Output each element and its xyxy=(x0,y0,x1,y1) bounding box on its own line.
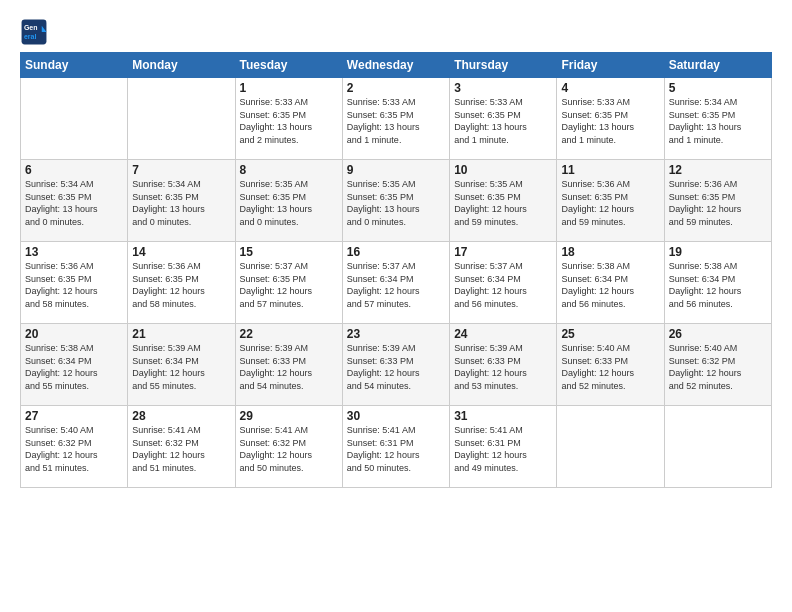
calendar-cell: 13Sunrise: 5:36 AM Sunset: 6:35 PM Dayli… xyxy=(21,242,128,324)
day-info: Sunrise: 5:36 AM Sunset: 6:35 PM Dayligh… xyxy=(132,260,230,310)
day-number: 10 xyxy=(454,163,552,177)
weekday-row: SundayMondayTuesdayWednesdayThursdayFrid… xyxy=(21,53,772,78)
calendar-cell: 2Sunrise: 5:33 AM Sunset: 6:35 PM Daylig… xyxy=(342,78,449,160)
calendar-week-row: 13Sunrise: 5:36 AM Sunset: 6:35 PM Dayli… xyxy=(21,242,772,324)
day-number: 22 xyxy=(240,327,338,341)
calendar-cell: 14Sunrise: 5:36 AM Sunset: 6:35 PM Dayli… xyxy=(128,242,235,324)
day-number: 17 xyxy=(454,245,552,259)
day-number: 23 xyxy=(347,327,445,341)
calendar-cell: 30Sunrise: 5:41 AM Sunset: 6:31 PM Dayli… xyxy=(342,406,449,488)
day-info: Sunrise: 5:38 AM Sunset: 6:34 PM Dayligh… xyxy=(25,342,123,392)
day-number: 25 xyxy=(561,327,659,341)
calendar-cell xyxy=(557,406,664,488)
calendar-cell xyxy=(664,406,771,488)
day-number: 1 xyxy=(240,81,338,95)
day-info: Sunrise: 5:34 AM Sunset: 6:35 PM Dayligh… xyxy=(25,178,123,228)
day-info: Sunrise: 5:36 AM Sunset: 6:35 PM Dayligh… xyxy=(25,260,123,310)
calendar-cell: 15Sunrise: 5:37 AM Sunset: 6:35 PM Dayli… xyxy=(235,242,342,324)
day-number: 24 xyxy=(454,327,552,341)
day-info: Sunrise: 5:34 AM Sunset: 6:35 PM Dayligh… xyxy=(669,96,767,146)
page-container: Gen eral SundayMondayTuesdayWednesdayThu… xyxy=(0,0,792,612)
day-info: Sunrise: 5:41 AM Sunset: 6:32 PM Dayligh… xyxy=(240,424,338,474)
weekday-header: Thursday xyxy=(450,53,557,78)
day-number: 18 xyxy=(561,245,659,259)
calendar-cell: 18Sunrise: 5:38 AM Sunset: 6:34 PM Dayli… xyxy=(557,242,664,324)
calendar-cell: 28Sunrise: 5:41 AM Sunset: 6:32 PM Dayli… xyxy=(128,406,235,488)
calendar-cell: 11Sunrise: 5:36 AM Sunset: 6:35 PM Dayli… xyxy=(557,160,664,242)
calendar-cell: 7Sunrise: 5:34 AM Sunset: 6:35 PM Daylig… xyxy=(128,160,235,242)
day-info: Sunrise: 5:37 AM Sunset: 6:34 PM Dayligh… xyxy=(347,260,445,310)
weekday-header: Friday xyxy=(557,53,664,78)
day-number: 13 xyxy=(25,245,123,259)
day-number: 30 xyxy=(347,409,445,423)
calendar-week-row: 1Sunrise: 5:33 AM Sunset: 6:35 PM Daylig… xyxy=(21,78,772,160)
calendar-cell: 4Sunrise: 5:33 AM Sunset: 6:35 PM Daylig… xyxy=(557,78,664,160)
day-number: 6 xyxy=(25,163,123,177)
weekday-header: Tuesday xyxy=(235,53,342,78)
day-info: Sunrise: 5:35 AM Sunset: 6:35 PM Dayligh… xyxy=(240,178,338,228)
day-info: Sunrise: 5:38 AM Sunset: 6:34 PM Dayligh… xyxy=(561,260,659,310)
day-info: Sunrise: 5:37 AM Sunset: 6:34 PM Dayligh… xyxy=(454,260,552,310)
day-number: 11 xyxy=(561,163,659,177)
day-number: 16 xyxy=(347,245,445,259)
calendar-cell: 8Sunrise: 5:35 AM Sunset: 6:35 PM Daylig… xyxy=(235,160,342,242)
calendar-cell: 31Sunrise: 5:41 AM Sunset: 6:31 PM Dayli… xyxy=(450,406,557,488)
calendar-week-row: 20Sunrise: 5:38 AM Sunset: 6:34 PM Dayli… xyxy=(21,324,772,406)
svg-text:Gen: Gen xyxy=(24,24,38,31)
calendar-cell xyxy=(128,78,235,160)
calendar-cell: 19Sunrise: 5:38 AM Sunset: 6:34 PM Dayli… xyxy=(664,242,771,324)
day-info: Sunrise: 5:35 AM Sunset: 6:35 PM Dayligh… xyxy=(347,178,445,228)
day-number: 27 xyxy=(25,409,123,423)
day-info: Sunrise: 5:40 AM Sunset: 6:32 PM Dayligh… xyxy=(25,424,123,474)
day-number: 12 xyxy=(669,163,767,177)
calendar-cell: 10Sunrise: 5:35 AM Sunset: 6:35 PM Dayli… xyxy=(450,160,557,242)
day-number: 2 xyxy=(347,81,445,95)
day-number: 3 xyxy=(454,81,552,95)
calendar-cell: 29Sunrise: 5:41 AM Sunset: 6:32 PM Dayli… xyxy=(235,406,342,488)
calendar-cell: 20Sunrise: 5:38 AM Sunset: 6:34 PM Dayli… xyxy=(21,324,128,406)
weekday-header: Sunday xyxy=(21,53,128,78)
day-info: Sunrise: 5:41 AM Sunset: 6:31 PM Dayligh… xyxy=(454,424,552,474)
weekday-header: Monday xyxy=(128,53,235,78)
calendar-body: 1Sunrise: 5:33 AM Sunset: 6:35 PM Daylig… xyxy=(21,78,772,488)
logo: Gen eral xyxy=(20,18,52,46)
day-info: Sunrise: 5:39 AM Sunset: 6:33 PM Dayligh… xyxy=(454,342,552,392)
day-info: Sunrise: 5:39 AM Sunset: 6:33 PM Dayligh… xyxy=(240,342,338,392)
day-info: Sunrise: 5:39 AM Sunset: 6:33 PM Dayligh… xyxy=(347,342,445,392)
day-number: 7 xyxy=(132,163,230,177)
day-info: Sunrise: 5:37 AM Sunset: 6:35 PM Dayligh… xyxy=(240,260,338,310)
calendar-header: SundayMondayTuesdayWednesdayThursdayFrid… xyxy=(21,53,772,78)
calendar-cell: 23Sunrise: 5:39 AM Sunset: 6:33 PM Dayli… xyxy=(342,324,449,406)
day-number: 31 xyxy=(454,409,552,423)
day-info: Sunrise: 5:41 AM Sunset: 6:32 PM Dayligh… xyxy=(132,424,230,474)
calendar-table: SundayMondayTuesdayWednesdayThursdayFrid… xyxy=(20,52,772,488)
day-number: 15 xyxy=(240,245,338,259)
weekday-header: Wednesday xyxy=(342,53,449,78)
day-info: Sunrise: 5:34 AM Sunset: 6:35 PM Dayligh… xyxy=(132,178,230,228)
day-number: 19 xyxy=(669,245,767,259)
day-number: 29 xyxy=(240,409,338,423)
day-info: Sunrise: 5:38 AM Sunset: 6:34 PM Dayligh… xyxy=(669,260,767,310)
svg-text:eral: eral xyxy=(24,33,37,40)
day-number: 21 xyxy=(132,327,230,341)
calendar-cell: 21Sunrise: 5:39 AM Sunset: 6:34 PM Dayli… xyxy=(128,324,235,406)
calendar-cell: 16Sunrise: 5:37 AM Sunset: 6:34 PM Dayli… xyxy=(342,242,449,324)
day-info: Sunrise: 5:40 AM Sunset: 6:32 PM Dayligh… xyxy=(669,342,767,392)
day-number: 14 xyxy=(132,245,230,259)
header: Gen eral xyxy=(20,18,772,46)
calendar-cell: 6Sunrise: 5:34 AM Sunset: 6:35 PM Daylig… xyxy=(21,160,128,242)
day-number: 26 xyxy=(669,327,767,341)
calendar-week-row: 6Sunrise: 5:34 AM Sunset: 6:35 PM Daylig… xyxy=(21,160,772,242)
calendar-cell: 1Sunrise: 5:33 AM Sunset: 6:35 PM Daylig… xyxy=(235,78,342,160)
logo-icon: Gen eral xyxy=(20,18,48,46)
day-info: Sunrise: 5:35 AM Sunset: 6:35 PM Dayligh… xyxy=(454,178,552,228)
calendar-cell: 12Sunrise: 5:36 AM Sunset: 6:35 PM Dayli… xyxy=(664,160,771,242)
day-info: Sunrise: 5:36 AM Sunset: 6:35 PM Dayligh… xyxy=(561,178,659,228)
day-info: Sunrise: 5:33 AM Sunset: 6:35 PM Dayligh… xyxy=(240,96,338,146)
day-number: 28 xyxy=(132,409,230,423)
calendar-cell: 22Sunrise: 5:39 AM Sunset: 6:33 PM Dayli… xyxy=(235,324,342,406)
day-number: 20 xyxy=(25,327,123,341)
day-info: Sunrise: 5:36 AM Sunset: 6:35 PM Dayligh… xyxy=(669,178,767,228)
calendar-cell: 27Sunrise: 5:40 AM Sunset: 6:32 PM Dayli… xyxy=(21,406,128,488)
calendar-cell: 3Sunrise: 5:33 AM Sunset: 6:35 PM Daylig… xyxy=(450,78,557,160)
